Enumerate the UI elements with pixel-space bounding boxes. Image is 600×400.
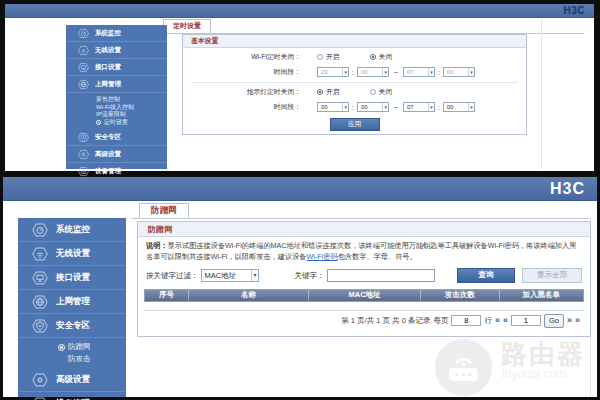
filter-type-select[interactable]: MAC地址 ▾	[201, 269, 259, 282]
bottom-header-bar: H3C	[3, 177, 597, 201]
chevron-down-icon: ▾	[382, 103, 388, 111]
gauge-icon	[78, 28, 89, 39]
wifi-from-hour-select[interactable]: 23▾	[317, 67, 349, 77]
keyword-input[interactable]	[327, 269, 435, 282]
wifi-to-min-select[interactable]: 00▾	[443, 67, 475, 77]
watermark-title: 路由器	[501, 337, 585, 372]
panel-header: 基本设置	[183, 35, 526, 48]
led-timer-on-label: 开启	[326, 87, 340, 97]
column-header-mac: MAC地址	[309, 290, 421, 300]
filter-label: 按关键字过滤：	[146, 271, 199, 281]
led-from-min-select[interactable]: 00▾	[357, 102, 389, 112]
description-prefix: 说明：	[146, 241, 168, 250]
led-timer-off-radio[interactable]	[370, 89, 376, 95]
shield-icon	[78, 132, 89, 143]
per-page-input[interactable]	[451, 315, 481, 326]
wifi-icon	[32, 246, 48, 262]
chevron-down-icon: ▾	[342, 68, 348, 76]
sidebar-item-system-monitor[interactable]: 系统监控	[18, 218, 126, 242]
query-button[interactable]: 查询	[457, 268, 515, 283]
sidebar-item-wireless-settings[interactable]: 无线设置	[18, 242, 126, 266]
active-bullet-icon	[58, 344, 65, 351]
prev-page-icon[interactable]: «	[503, 316, 508, 325]
tab-bar: 防蹭网	[131, 203, 589, 219]
time-range-label: 时间段：	[183, 102, 301, 112]
wifi-from-min-select[interactable]: 00▾	[357, 67, 389, 77]
globe-icon	[32, 294, 48, 310]
tab-timer-settings[interactable]: 定时设置	[163, 19, 211, 33]
sidebar-item-internet-management[interactable]: 上网管理	[66, 76, 167, 93]
sidebar-item-interface-settings[interactable]: 接口设置	[18, 266, 126, 290]
sidebar-item-device-management[interactable]: 设备管理	[18, 392, 126, 400]
tab-anti-freeloading[interactable]: 防蹭网	[139, 203, 189, 218]
wifi-password-link[interactable]: Wi-Fi密码	[307, 252, 338, 261]
led-from-hour-select[interactable]: 00▾	[317, 102, 349, 112]
top-header-bar: H3C	[5, 4, 594, 18]
chevron-down-icon: ▾	[342, 103, 348, 111]
go-button[interactable]: Go	[544, 314, 564, 328]
chevron-down-icon: ▾	[428, 68, 434, 76]
section-divider	[191, 82, 518, 83]
led-timer-on-radio[interactable]	[317, 89, 323, 95]
first-page-icon[interactable]: «	[495, 316, 500, 325]
show-all-button[interactable]: 显示全部	[522, 268, 582, 283]
led-timer-row: 指示灯定时关闭： 开启 关闭	[183, 86, 526, 98]
sidebar-item-security-zone[interactable]: 安全专区	[18, 314, 126, 338]
chevron-down-icon: ▾	[382, 68, 388, 76]
anti-freeloading-panel: 防蹭网 说明：显示试图连接设备Wi-Fi的终端的MAC地址和错误连接次数，该终端…	[137, 221, 591, 337]
port-icon	[78, 62, 89, 73]
column-header-index: 序号	[145, 290, 189, 300]
router-icon	[32, 396, 48, 400]
wifi-timer-off-label: 关闭	[379, 52, 393, 62]
last-page-icon[interactable]: »	[575, 316, 580, 325]
router-icon	[78, 166, 89, 177]
column-header-name: 名称	[189, 290, 309, 300]
sidebar-submenu: 家长控制 Wi-Fi接入控制 IP流量限制 定时设置	[66, 93, 167, 129]
panel-header: 防蹭网	[138, 222, 590, 237]
watermark-router-icon	[435, 339, 492, 396]
sidebar-item-advanced-settings[interactable]: 高级设置	[66, 146, 167, 163]
filter-row: 按关键字过滤： MAC地址 ▾ 关键字： 查询 显示全部	[146, 269, 582, 283]
submenu-item-anti-attack[interactable]: 防攻击	[58, 353, 126, 365]
led-to-hour-select[interactable]: 07▾	[403, 102, 435, 112]
per-page-label: 每页	[433, 316, 448, 326]
page-number-input[interactable]	[511, 315, 541, 326]
column-header-blacklist: 加入黑名单	[500, 290, 583, 300]
globe-icon	[78, 79, 89, 90]
anti-freeloading-page: H3C 防蹭网 路由器 luyouqi.com 系统监控 无线设置 接口设置	[3, 177, 597, 397]
next-page-icon[interactable]: »	[567, 316, 572, 325]
page-info: 第 1 页/共 1 页 共 0 条记录	[341, 316, 430, 326]
wifi-time-range-row: 时间段： 23▾ : 00▾ ~ 07▾ : 00▾	[183, 66, 526, 78]
table-empty-body	[144, 302, 584, 311]
keyword-label: 关键字：	[295, 271, 325, 281]
panel-title: 防蹭网	[148, 224, 172, 235]
active-bullet-icon	[96, 120, 101, 125]
chevron-down-icon: ▾	[428, 103, 434, 111]
chevron-down-icon: ▾	[468, 103, 474, 111]
wifi-to-hour-select[interactable]: 07▾	[403, 67, 435, 77]
tab-bar: 定时设置	[160, 19, 584, 34]
sidebar-item-system-monitor[interactable]: 系统监控	[66, 25, 167, 42]
sidebar-item-wireless-settings[interactable]: 无线设置	[66, 42, 167, 59]
sidebar-item-internet-management[interactable]: 上网管理	[18, 290, 126, 314]
led-timer-label: 指示灯定时关闭：	[183, 87, 301, 97]
sidebar-item-advanced-settings[interactable]: 高级设置	[18, 368, 126, 392]
submenu-item-anti-freeloading-active[interactable]: 防蹭网	[58, 341, 126, 353]
wifi-timer-row: Wi-Fi定时关闭： 开启 关闭	[183, 51, 526, 63]
shield-icon	[32, 318, 48, 334]
h3c-logo: H3C	[563, 5, 585, 16]
sidebar: 系统监控 无线设置 接口设置 上网管理 安全专区 防蹭网 防攻击	[18, 218, 126, 397]
submenu-item-timer-settings-active[interactable]: 定时设置	[96, 119, 167, 127]
table-header-row: 序号 名称 MAC地址 攻击次数 加入黑名单	[144, 289, 584, 302]
led-to-min-select[interactable]: 00▾	[443, 102, 475, 112]
wifi-timer-off-radio[interactable]	[370, 54, 376, 60]
timer-settings-page: H3C 定时设置 系统监控 无线设置 接口设置 上网管理 家长控制 Wi-Fi接…	[5, 4, 594, 171]
sidebar-item-interface-settings[interactable]: 接口设置	[66, 59, 167, 76]
wifi-timer-on-radio[interactable]	[317, 54, 323, 60]
apply-button[interactable]: 应用	[330, 118, 380, 131]
wifi-timer-label: Wi-Fi定时关闭：	[183, 52, 301, 62]
led-time-range-row: 时间段： 00▾ : 00▾ ~ 07▾ : 00▾	[183, 101, 526, 113]
sidebar-item-security-zone[interactable]: 安全专区	[66, 129, 167, 146]
wifi-timer-on-label: 开启	[326, 52, 340, 62]
h3c-logo: H3C	[550, 180, 585, 198]
